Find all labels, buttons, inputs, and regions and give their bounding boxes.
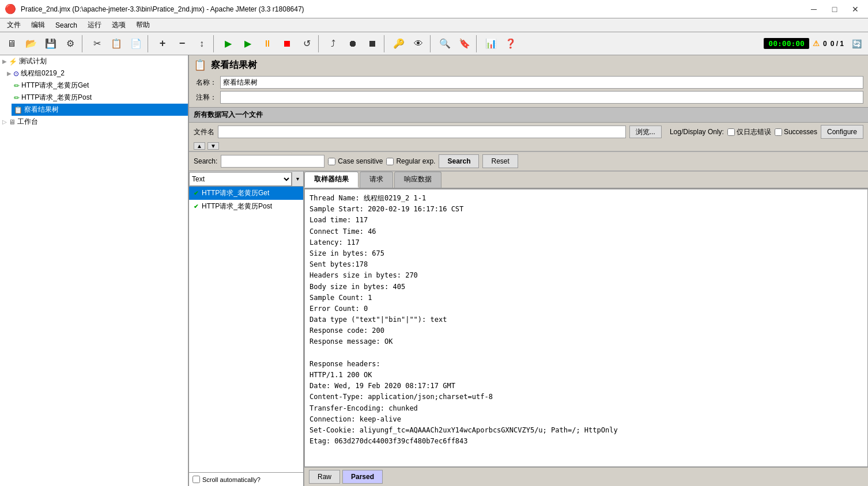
- http-post-icon: ✏: [14, 94, 20, 102]
- file-label: 文件名: [194, 127, 214, 137]
- bottom-row: Raw Parsed: [304, 467, 868, 486]
- search-button[interactable]: Search: [439, 154, 479, 168]
- panel-title-icon: 📋: [194, 59, 206, 71]
- panel-title-bar: 📋 察看结果树: [189, 55, 868, 73]
- tb-remote-start[interactable]: ⤴: [324, 35, 342, 53]
- tb-help[interactable]: ❓: [501, 35, 520, 53]
- tree-item-http-post[interactable]: ✏ HTTP请求_老黄历Post: [12, 92, 188, 104]
- tree-item-label: 线程组0219_2: [21, 69, 65, 78]
- reset-button[interactable]: Reset: [482, 154, 518, 168]
- list-item-0[interactable]: ✔ HTTP请求_老黄历Get: [189, 187, 303, 200]
- warn-count: 0: [823, 40, 827, 48]
- tb-refresh[interactable]: 🔄: [847, 35, 866, 53]
- tb-separator-6: [430, 35, 433, 52]
- tree-item-http-get[interactable]: ✏ HTTP请求_老黄历Get: [12, 79, 188, 92]
- checkbox-successes[interactable]: [775, 128, 782, 136]
- scroll-up-btn[interactable]: ▲: [194, 142, 205, 150]
- maximize-button[interactable]: □: [827, 1, 843, 17]
- tb-remove[interactable]: −: [173, 35, 191, 53]
- menu-edit[interactable]: 编辑: [27, 19, 50, 31]
- scroll-auto-checkbox[interactable]: [193, 476, 200, 483]
- browse-button[interactable]: 浏览...: [629, 126, 662, 138]
- name-input[interactable]: [220, 76, 863, 89]
- tb-new[interactable]: 🖥: [2, 35, 21, 53]
- app-icon: 🔴: [5, 3, 16, 14]
- minimize-button[interactable]: ─: [806, 1, 822, 17]
- tb-bookmark[interactable]: 🔖: [455, 35, 474, 53]
- list-footer: Scroll automatically?: [189, 472, 303, 486]
- tab-response-data[interactable]: 响应数据: [394, 172, 441, 188]
- menu-help[interactable]: 帮助: [131, 19, 154, 31]
- tb-move[interactable]: ↕: [193, 35, 211, 53]
- tb-open[interactable]: 📂: [22, 35, 40, 53]
- status-dot-0: ✔: [193, 190, 199, 197]
- tree-item-thread-group[interactable]: ▶ ⊙ 线程组0219_2: [5, 67, 188, 79]
- tb-graph[interactable]: 📊: [482, 35, 500, 53]
- checkbox-errors[interactable]: [727, 128, 735, 136]
- list-item-1[interactable]: ✔ HTTP请求_老黄历Post: [189, 200, 303, 213]
- checkbox-successes-label: Successes: [784, 128, 817, 136]
- tb-separator-4: [318, 35, 322, 52]
- tb-run[interactable]: ▶: [219, 35, 237, 53]
- tb-paste[interactable]: 📄: [127, 35, 145, 53]
- list-item-label-0: HTTP请求_老黄历Get: [202, 188, 269, 198]
- tb-search[interactable]: 🔍: [436, 35, 454, 53]
- list-header: Text ▾: [189, 172, 303, 187]
- file-and-log-row: 文件名 浏览... Log/Display Only: 仅日志错误 Succes…: [189, 123, 868, 141]
- tree-expand-1: ▶: [7, 70, 12, 77]
- tb-pause[interactable]: ⏸: [258, 35, 277, 53]
- tab-sampler-result[interactable]: 取样器结果: [304, 172, 358, 188]
- tb-save[interactable]: 💾: [41, 35, 60, 53]
- tree-item-result-tree[interactable]: 📋 察看结果树: [12, 104, 188, 116]
- tb-key[interactable]: 🔑: [390, 35, 408, 53]
- tb-copy[interactable]: 📋: [107, 35, 126, 53]
- tb-record-stop[interactable]: ⏹: [363, 35, 382, 53]
- tb-reset[interactable]: ↺: [297, 35, 316, 53]
- http-get-icon: ✏: [14, 82, 20, 90]
- menu-run[interactable]: 运行: [83, 19, 106, 31]
- tree-item-label: HTTP请求_老黄历Post: [21, 93, 92, 102]
- tb-separator-5: [384, 35, 387, 52]
- regular-exp-text: Regular exp.: [396, 157, 435, 165]
- checkbox-success-label: Successes: [775, 128, 817, 136]
- list-type-select[interactable]: Text: [189, 172, 292, 186]
- results-panel: 取样器结果 请求 响应数据 Thread Name: 线程组0219_2 1-1…: [304, 172, 868, 486]
- name-label: 名称：: [194, 78, 217, 88]
- raw-button[interactable]: Raw: [309, 470, 340, 484]
- search-input[interactable]: [221, 155, 324, 168]
- scroll-down-btn[interactable]: ▼: [207, 142, 219, 150]
- tree-item-label: 工作台: [17, 117, 38, 127]
- tb-view[interactable]: 👁: [409, 35, 428, 53]
- search-bar: Search: Case sensitive Regular exp. Sear…: [189, 151, 868, 172]
- tree-item-workbench[interactable]: ▷ 🖥 工作台: [0, 116, 188, 128]
- regular-exp-checkbox[interactable]: [386, 158, 394, 165]
- right-panel: 📋 察看结果树 名称： 注释： 所有数据写入一个文件 文件名 浏览... Log…: [189, 55, 868, 486]
- parsed-button[interactable]: Parsed: [342, 470, 383, 484]
- tree-item-test-plan[interactable]: ▶ ⚡ 测试计划: [0, 55, 188, 67]
- configure-button[interactable]: Configure: [821, 125, 863, 139]
- regular-exp-label: Regular exp.: [386, 157, 435, 165]
- tree-item-label: HTTP请求_老黄历Get: [21, 81, 89, 90]
- dropdown-arrow[interactable]: ▾: [292, 172, 303, 186]
- tb-record[interactable]: ⏺: [344, 35, 362, 53]
- tb-cut[interactable]: ✂: [88, 35, 106, 53]
- tb-add[interactable]: +: [153, 35, 172, 53]
- tree-expand-0: ▶: [2, 58, 7, 64]
- window-title: Pratice_2nd.jmx (D:\apache-jmeter-3.3\bi…: [21, 5, 801, 13]
- tab-request[interactable]: 请求: [360, 172, 393, 188]
- file-input[interactable]: [218, 126, 626, 138]
- result-tree-icon: 📋: [14, 106, 22, 114]
- log-display-label: Log/Display Only:: [670, 128, 724, 136]
- close-button[interactable]: ✕: [847, 1, 863, 17]
- tb-run-nopause[interactable]: ▶: [239, 35, 257, 53]
- tree-item-label: 测试计划: [19, 56, 47, 66]
- menu-search[interactable]: Search: [51, 20, 82, 31]
- menu-file[interactable]: 文件: [2, 19, 25, 31]
- checkbox-errors-label: 仅日志错误: [737, 127, 771, 137]
- case-sensitive-checkbox[interactable]: [328, 158, 335, 165]
- tb-settings[interactable]: ⚙: [61, 35, 80, 53]
- menu-options[interactable]: 选项: [107, 19, 130, 31]
- comment-input[interactable]: [220, 91, 863, 104]
- tb-stop[interactable]: ⏹: [278, 35, 296, 53]
- test-plan-icon: ⚡: [9, 58, 17, 66]
